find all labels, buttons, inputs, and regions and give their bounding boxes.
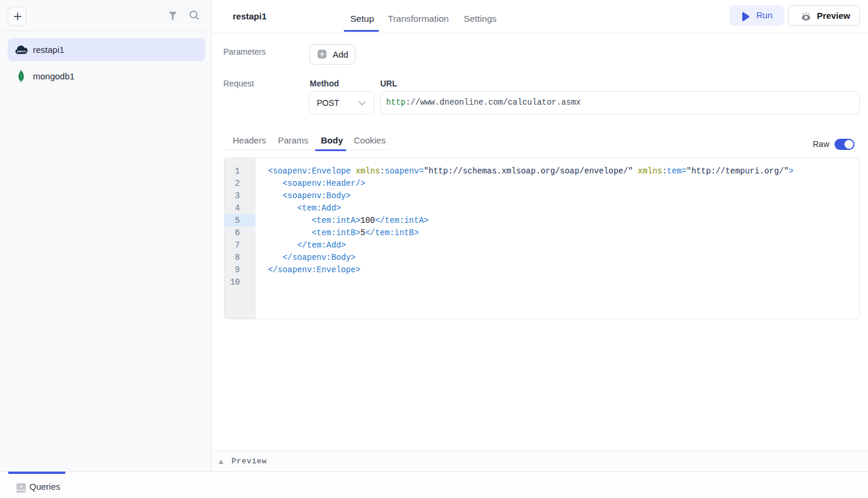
svg-text:{REST}: {REST}: [16, 50, 26, 53]
